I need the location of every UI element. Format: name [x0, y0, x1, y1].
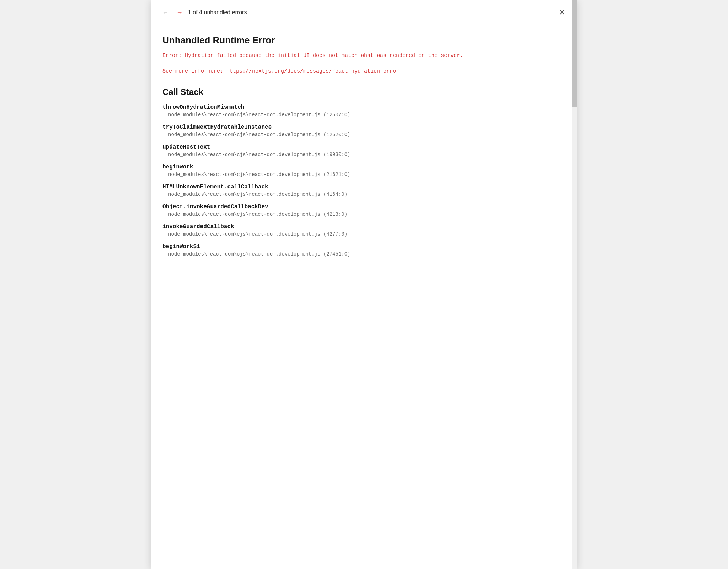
stack-item: beginWork$1node_modules\react-dom\cjs\re…	[162, 243, 566, 257]
error-link: See more info here: https://nextjs.org/d…	[162, 67, 566, 76]
prev-error-button[interactable]: ←	[160, 7, 171, 18]
stack-function-name: tryToClaimNextHydratableInstance	[162, 124, 566, 130]
stack-item: updateHostTextnode_modules\react-dom\cjs…	[162, 144, 566, 157]
stack-location: node_modules\react-dom\cjs\react-dom.dev…	[162, 251, 566, 257]
stack-function-name: updateHostText	[162, 144, 566, 150]
error-overlay: ← → 1 of 4 unhandled errors ✕ Unhandled …	[151, 0, 577, 569]
error-count-label: 1 of 4 unhandled errors	[188, 9, 247, 16]
see-more-prefix: See more info here:	[162, 68, 226, 74]
stack-location: node_modules\react-dom\cjs\react-dom.dev…	[162, 172, 566, 177]
close-icon: ✕	[559, 8, 565, 17]
stack-function-name: HTMLUnknownElement.callCallback	[162, 184, 566, 190]
stack-function-name: invokeGuardedCallback	[162, 224, 566, 230]
stack-item: beginWorknode_modules\react-dom\cjs\reac…	[162, 164, 566, 177]
stack-function-name: beginWork$1	[162, 243, 566, 250]
stack-item: throwOnHydrationMismatchnode_modules\rea…	[162, 104, 566, 118]
stack-item: HTMLUnknownElement.callCallbacknode_modu…	[162, 184, 566, 197]
call-stack-title: Call Stack	[162, 87, 566, 97]
scrollbar-track[interactable]	[572, 0, 577, 569]
stack-item: invokeGuardedCallbacknode_modules\react-…	[162, 224, 566, 237]
scrollbar-thumb[interactable]	[572, 0, 577, 107]
nav-controls: ← → 1 of 4 unhandled errors	[160, 7, 247, 18]
stack-location: node_modules\react-dom\cjs\react-dom.dev…	[162, 132, 566, 138]
stack-location: node_modules\react-dom\cjs\react-dom.dev…	[162, 112, 566, 118]
stack-location: node_modules\react-dom\cjs\react-dom.dev…	[162, 211, 566, 217]
stack-item: tryToClaimNextHydratableInstancenode_mod…	[162, 124, 566, 138]
error-message: Error: Hydration failed because the init…	[162, 52, 566, 60]
next-error-button[interactable]: →	[174, 7, 185, 18]
next-arrow-icon: →	[176, 9, 183, 16]
stack-function-name: throwOnHydrationMismatch	[162, 104, 566, 111]
call-stack-list: throwOnHydrationMismatchnode_modules\rea…	[162, 104, 566, 257]
stack-function-name: Object.invokeGuardedCallbackDev	[162, 204, 566, 210]
stack-location: node_modules\react-dom\cjs\react-dom.dev…	[162, 192, 566, 197]
stack-location: node_modules\react-dom\cjs\react-dom.dev…	[162, 152, 566, 157]
error-title: Unhandled Runtime Error	[162, 35, 566, 46]
stack-function-name: beginWork	[162, 164, 566, 170]
prev-arrow-icon: ←	[162, 9, 168, 16]
stack-location: node_modules\react-dom\cjs\react-dom.dev…	[162, 231, 566, 237]
close-button[interactable]: ✕	[556, 6, 568, 19]
header-bar: ← → 1 of 4 unhandled errors ✕	[151, 0, 577, 25]
hydration-error-link[interactable]: https://nextjs.org/docs/messages/react-h…	[226, 68, 399, 74]
error-content: Unhandled Runtime Error Error: Hydration…	[151, 25, 577, 273]
stack-item: Object.invokeGuardedCallbackDevnode_modu…	[162, 204, 566, 217]
